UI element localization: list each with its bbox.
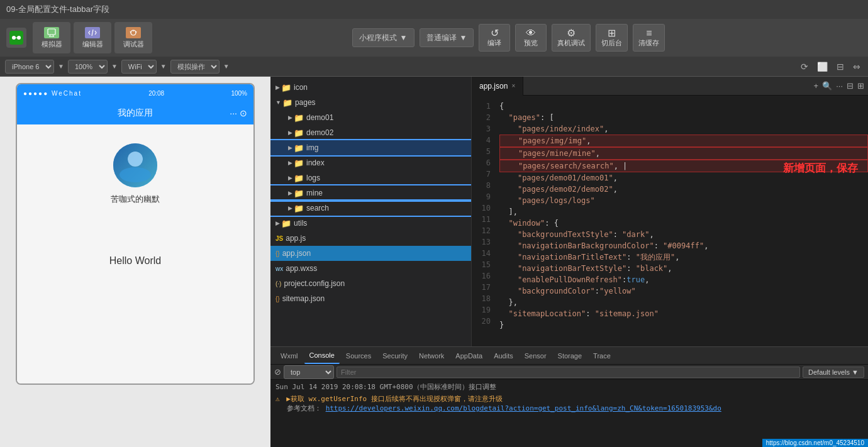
- default-levels-btn[interactable]: Default levels ▼: [803, 367, 864, 378]
- device-select[interactable]: iPhone 6: [5, 60, 54, 74]
- zoom-arrow: ▼: [111, 63, 118, 70]
- file-item-search[interactable]: ▶ 📁 search: [270, 201, 471, 216]
- dropdown-arrow2: ▼: [460, 33, 467, 42]
- clear-cache-btn[interactable]: ≡ 清缓存: [633, 24, 665, 52]
- background-btn[interactable]: ⊞ 切后台: [596, 24, 628, 52]
- file-item-index[interactable]: ▶ 📁 index: [270, 155, 471, 170]
- real-debug-btn[interactable]: ⚙ 真机调试: [552, 24, 591, 52]
- dt-tab-console[interactable]: Console: [304, 348, 340, 364]
- network-arrow: ▼: [160, 63, 167, 70]
- debugger-icon: [126, 27, 141, 38]
- phone-time: 20:08: [148, 90, 164, 97]
- background-icon: ⊞: [608, 28, 616, 38]
- file-name: app.json: [282, 249, 311, 258]
- file-item-utils[interactable]: ▶ 📁 utils: [270, 216, 471, 231]
- file-item-appwxss[interactable]: wx app.wxss: [270, 261, 471, 276]
- debugger-btn[interactable]: 调试器: [114, 22, 152, 53]
- file-item-img[interactable]: ▶ 📁 img: [270, 140, 471, 155]
- split-btn[interactable]: ⊟: [834, 60, 847, 73]
- mode-dropdown[interactable]: 小程序模式 ▼: [352, 28, 415, 47]
- log-warning-line: ⚠ ▶获取 wx.getUserInfo 接口后续将不再出现授权弹窗，请注意升级: [275, 394, 863, 404]
- real-debug-icon: ⚙: [567, 28, 576, 38]
- folder-icon: 📁: [294, 128, 304, 138]
- layout-icon[interactable]: ⊞: [857, 81, 864, 91]
- devtools-content: Sun Jul 14 2019 20:08:18 GMT+0800（中国标准时间…: [270, 380, 868, 416]
- dropdown-arrow: ▼: [400, 33, 408, 42]
- title-text: 09-全局配置文件-tabbar字段: [6, 4, 109, 15]
- dt-tab-appdata[interactable]: AppData: [450, 348, 487, 364]
- sitemap-icon: {}: [275, 295, 280, 302]
- folder-icon: 📁: [294, 143, 304, 153]
- devtools-tabs: Wxml Console Sources Security Network Ap…: [270, 347, 868, 365]
- editor-btn[interactable]: 编辑器: [74, 22, 111, 53]
- expand-btn[interactable]: ⇔: [850, 60, 863, 73]
- phone-frame: ●●●●● WeChat 20:08 100% 我的应用 ··· ⊙: [16, 83, 255, 385]
- phone-nav-bar: 我的应用 ··· ⊙: [17, 102, 253, 124]
- phone-signal: ●●●●● WeChat: [23, 90, 82, 97]
- file-name: demo02: [306, 128, 333, 137]
- preview-btn[interactable]: 👁 预览: [515, 24, 547, 52]
- file-item-demo02[interactable]: ▶ 📁 demo02: [270, 125, 471, 140]
- dt-tab-sources[interactable]: Sources: [341, 348, 376, 364]
- tab-close[interactable]: ×: [511, 82, 515, 89]
- simulator-btn[interactable]: 模拟器: [33, 22, 70, 53]
- toolbar-center: 小程序模式 ▼ 普通编译 ▼ ↺ 编译 👁 预览 ⚙ 真机调试 ⊞ 切后台 ≡ …: [155, 24, 862, 52]
- debugger-label: 调试器: [123, 40, 144, 49]
- folder-icon: 📁: [281, 83, 291, 92]
- file-name: search: [306, 204, 329, 212]
- file-name: index: [306, 158, 325, 167]
- plus-icon[interactable]: +: [814, 81, 819, 91]
- file-item-pages[interactable]: ▼ 📁 pages: [270, 95, 471, 110]
- title-bar: 09-全局配置文件-tabbar字段: [0, 0, 868, 19]
- dt-tab-audits[interactable]: Audits: [489, 348, 518, 364]
- dt-tab-network[interactable]: Network: [414, 348, 449, 364]
- file-name: sitemap.json: [282, 294, 325, 303]
- operation-arrow: ▼: [223, 63, 230, 70]
- dt-tab-sensor[interactable]: Sensor: [520, 348, 552, 364]
- dt-tab-security[interactable]: Security: [377, 348, 413, 364]
- svg-point-2: [17, 36, 21, 40]
- log-ref-label: 参考文档：: [287, 404, 321, 412]
- operation-select[interactable]: 模拟操作: [170, 60, 220, 74]
- file-item-mine[interactable]: ▶ 📁 mine: [270, 185, 471, 201]
- file-item-appjs[interactable]: JS app.js: [270, 231, 471, 246]
- search-icon[interactable]: 🔍: [822, 81, 832, 91]
- zoom-select[interactable]: 100%: [68, 60, 108, 74]
- file-name: pages: [295, 98, 316, 107]
- split-icon[interactable]: ⊟: [847, 81, 854, 91]
- tab-label: app.json: [479, 82, 508, 91]
- more-icon[interactable]: ···: [836, 81, 843, 91]
- dt-tab-trace[interactable]: Trace: [588, 348, 616, 364]
- devtools-toolbar: ⊘ top Default levels ▼: [270, 365, 868, 380]
- js-icon: JS: [275, 235, 283, 242]
- file-item-demo01[interactable]: ▶ 📁 demo01: [270, 110, 471, 125]
- file-name: mine: [306, 189, 323, 197]
- folder-icon: 📁: [294, 174, 304, 183]
- device-arrow: ▼: [58, 63, 64, 70]
- log-link[interactable]: https://developers.weixin.qq.com/blogdet…: [326, 404, 721, 412]
- frame-btn[interactable]: ⬜: [815, 60, 830, 73]
- file-name: icon: [294, 83, 308, 92]
- compile-dropdown[interactable]: 普通编译 ▼: [420, 28, 474, 47]
- preview-icon: 👁: [526, 28, 536, 38]
- svg-rect-4: [48, 29, 55, 35]
- filter-input[interactable]: [337, 367, 800, 378]
- file-item-logs[interactable]: ▶ 📁 logs: [270, 170, 471, 185]
- folder-icon: 📁: [294, 113, 304, 123]
- rotate-btn[interactable]: ⟳: [798, 60, 811, 73]
- dt-tab-storage[interactable]: Storage: [553, 348, 587, 364]
- dt-tab-wxml[interactable]: Wxml: [275, 348, 303, 364]
- svg-point-15: [128, 152, 143, 167]
- editor-label: 编辑器: [82, 40, 103, 49]
- context-select[interactable]: top: [284, 365, 334, 379]
- block-btn[interactable]: ⊘: [274, 367, 281, 377]
- compile-btn[interactable]: ↺ 编译: [479, 24, 510, 52]
- file-item-appjson[interactable]: {} app.json: [270, 246, 471, 261]
- tab-appjson[interactable]: app.json ×: [472, 77, 523, 96]
- file-item-sitemap[interactable]: {} sitemap.json: [270, 291, 471, 306]
- network-select[interactable]: WiFi: [121, 60, 157, 74]
- file-item-icon[interactable]: ▶ 📁 icon: [270, 80, 471, 95]
- folder-icon: 📁: [294, 158, 304, 168]
- file-item-projectconfig[interactable]: (·) project.config.json: [270, 276, 471, 291]
- phone-content: 苦咖式的幽默 Hello World: [17, 124, 253, 384]
